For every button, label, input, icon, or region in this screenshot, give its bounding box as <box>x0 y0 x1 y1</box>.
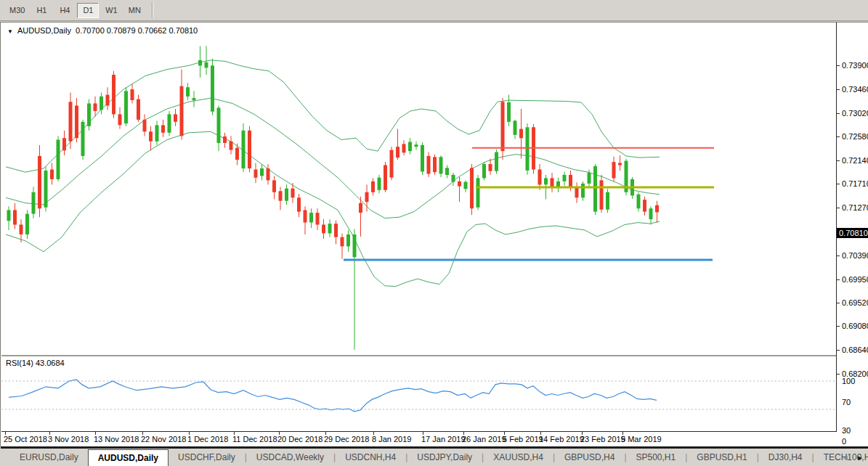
candle-body <box>396 147 399 158</box>
price-axis-label: 0.72580 <box>842 132 868 141</box>
candle-body <box>137 99 140 120</box>
candle-body <box>476 178 480 207</box>
candle-body <box>260 168 264 176</box>
candle-body <box>291 189 295 198</box>
candle-body <box>507 102 511 122</box>
chart-tab-usdchf-daily[interactable]: USDCHF,Daily <box>169 449 245 466</box>
tabs-scroll-right-icon[interactable]: ► <box>856 449 864 466</box>
price-axis-label: 0.73900 <box>842 61 868 70</box>
toolbar-separator <box>152 2 153 18</box>
candle-body <box>168 114 171 132</box>
candle-body <box>538 170 542 185</box>
candle-body <box>235 148 239 160</box>
price-chart-canvas[interactable] <box>1 23 836 431</box>
candle-body <box>643 200 646 211</box>
candle-body <box>519 129 523 139</box>
date-axis-label: 20 Dec 2018 <box>277 435 323 443</box>
price-axis-label: 0.68640 <box>842 346 868 354</box>
candle-body <box>341 237 344 247</box>
bollinger-lower-band <box>6 131 660 286</box>
candle-body <box>390 150 394 178</box>
rsi-axis-label: 30 <box>842 426 851 435</box>
candle-body <box>501 102 505 151</box>
chart-tabbar: EURUSD,DailyAUDUSD,DailyUSDCHF,Daily|USD… <box>0 449 868 466</box>
timeframe-button-m30[interactable]: M30 <box>5 3 29 18</box>
chart-tab-xauusd-h4[interactable]: XAUUSD,H4 <box>484 449 553 466</box>
candle-body <box>100 97 103 110</box>
price-axis-tick <box>837 136 840 137</box>
timeframe-button-h1[interactable]: H1 <box>31 3 52 18</box>
candle-body <box>94 104 97 111</box>
candle-body <box>13 210 17 224</box>
candle-body <box>421 145 424 172</box>
timeframe-button-h4[interactable]: H4 <box>54 3 76 18</box>
candle-body <box>316 213 320 224</box>
tabs-scroll-left-icon[interactable]: ◄ <box>842 449 849 466</box>
chart-tab-usdjpy-daily[interactable]: USDJPY,Daily <box>407 449 482 466</box>
candle-body <box>415 144 418 147</box>
candle-body <box>304 210 307 222</box>
chart-tab-eurusd-daily[interactable]: EURUSD,Daily <box>10 449 88 466</box>
candle-body <box>81 122 85 156</box>
date-axis-label: 8 Jan 2019 <box>372 435 411 443</box>
timeframe-button-w1[interactable]: W1 <box>100 3 122 18</box>
price-axis-label: 0.70390 <box>842 251 868 260</box>
candle-body <box>526 127 530 171</box>
chart-title: ▼AUDUSD,Daily 0.70700 0.70879 0.70662 0.… <box>7 26 198 35</box>
price-axis[interactable]: 0.739000.734600.730200.725800.721400.717… <box>836 23 868 431</box>
chart-tab-sp500-h1[interactable]: SP500,H1 <box>627 449 686 466</box>
price-axis-tick <box>837 256 840 256</box>
chart-tab-usdcad-weekly[interactable]: USDCAD,Weekly <box>247 449 333 466</box>
candle-body <box>217 108 221 144</box>
chart-tab-gbpusd-h4[interactable]: GBPUSD,H4 <box>555 449 624 466</box>
price-axis-label: 0.71710 <box>842 179 868 188</box>
candle-body <box>433 157 437 172</box>
price-axis-tick <box>837 65 840 66</box>
timeframe-button-d1[interactable]: D1 <box>77 3 99 18</box>
chart-tab-gbpusd-h1[interactable]: GBPUSD,H1 <box>687 449 756 466</box>
candle-body <box>563 175 567 181</box>
candle-body <box>309 213 313 222</box>
price-axis-label: 0.71270 <box>842 203 868 212</box>
candle-body <box>254 170 258 178</box>
candle-body <box>637 195 641 208</box>
candle-body <box>267 168 270 180</box>
candle-body <box>69 102 73 141</box>
timeframe-toolbar: M30H1H4D1W1MN <box>0 0 868 21</box>
candle-body <box>514 120 517 134</box>
rsi-axis-label: 0 <box>842 437 846 446</box>
price-axis-label: 0.73460 <box>842 85 868 94</box>
candle-body <box>569 175 572 187</box>
date-axis-label: 23 Feb 2019 <box>580 435 625 443</box>
date-axis-label: 1 Dec 2018 <box>187 435 228 443</box>
candle-body <box>328 224 332 233</box>
date-axis[interactable]: 25 Oct 20183 Nov 201813 Nov 201822 Nov 2… <box>1 431 837 446</box>
rsi-indicator-label: RSI(14) 43.0684 <box>6 359 65 367</box>
candle-body <box>427 156 431 174</box>
price-axis-tick <box>837 208 840 208</box>
candle-body <box>198 60 202 66</box>
candle-body <box>600 180 604 209</box>
price-axis-tick <box>837 89 840 90</box>
date-axis-label: 3 Nov 2018 <box>48 435 89 443</box>
candle-body <box>655 205 659 213</box>
timeframe-button-mn[interactable]: MN <box>123 3 145 18</box>
price-axis-tick <box>837 326 840 327</box>
date-axis-label: 25 Oct 2018 <box>4 435 47 443</box>
price-axis-label: 0.69950 <box>842 275 868 284</box>
chart-tab-usdcnh-h4[interactable]: USDCNH,H4 <box>336 449 405 466</box>
collapse-triangle-icon[interactable]: ▼ <box>7 28 13 35</box>
candle-body <box>174 114 177 121</box>
candle-body <box>482 164 486 178</box>
chart-tab-dj30-h4[interactable]: DJ30,H4 <box>759 449 812 466</box>
candle-body <box>230 142 233 150</box>
candle-body <box>75 106 78 139</box>
rsi-axis-label: 100 <box>842 377 855 385</box>
candle-body <box>106 95 110 106</box>
candle-body <box>57 140 60 179</box>
date-axis-label: 13 Nov 2018 <box>94 435 139 443</box>
price-axis-label: 0.69080 <box>842 322 868 330</box>
candle-body <box>192 98 196 100</box>
candle-body <box>445 168 449 175</box>
chart-tab-audusd-daily[interactable]: AUDUSD,Daily <box>88 449 169 466</box>
